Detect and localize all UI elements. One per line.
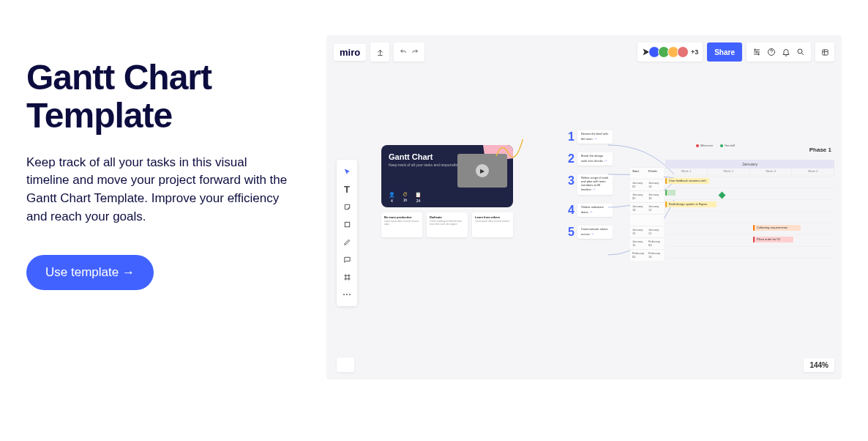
shape-tool-icon[interactable]	[337, 215, 357, 233]
gantt-row	[665, 258, 834, 270]
legend-item: Milestone	[696, 144, 713, 147]
zoom-level[interactable]: 144%	[804, 358, 834, 372]
arrow-icon: →	[592, 187, 596, 191]
intro-card[interactable]: Gantt Chart Keep track of all your tasks…	[381, 145, 513, 207]
gantt-month-header: January	[665, 160, 834, 168]
comment-tool-icon[interactable]	[337, 251, 357, 268]
gantt-bar[interactable]: Place order for V2	[753, 237, 793, 242]
mini-card-text: Lorem ipsum dolor sit amet consect	[475, 220, 510, 223]
mini-card-title: Dedicate	[430, 215, 465, 219]
upload-icon[interactable]	[370, 42, 389, 62]
use-template-button[interactable]: Use template →	[26, 255, 154, 290]
help-icon[interactable]	[764, 45, 779, 59]
step-text: Outline milestone dates →	[581, 206, 609, 215]
scribble-decoration	[495, 138, 524, 160]
gantt-bar[interactable]: User feedback sessions with	[665, 178, 709, 184]
gantt-row	[665, 246, 834, 258]
mini-card[interactable]: Be more productiveLorem ipsum dolor sit …	[381, 212, 422, 237]
page-title: Gantt Chart Template	[26, 59, 290, 135]
step-item[interactable]: 1Review the brief with the team →	[568, 130, 613, 144]
step-text: Communicate status across →	[581, 228, 609, 237]
mini-card[interactable]: DedicateCreate roadmap to help the team …	[427, 212, 468, 237]
gantt-row	[665, 188, 834, 199]
gantt-row-dates	[630, 214, 664, 226]
gantt-row-dates: January 10January 12	[630, 202, 664, 214]
svg-point-1	[798, 49, 802, 53]
gantt-row-dates: February 05February 10	[630, 249, 664, 261]
step-item[interactable]: 2Break the design work into chunks →	[568, 152, 613, 166]
svg-rect-2	[822, 49, 827, 54]
legend-item: Handoff	[720, 144, 735, 147]
gantt-column-header: Week 4	[792, 168, 834, 176]
share-button[interactable]: Share	[707, 42, 742, 62]
mini-card[interactable]: Learn from othersLorem ipsum dolor sit a…	[472, 212, 513, 237]
grid-icon[interactable]	[815, 42, 834, 62]
collaborators[interactable]: +3	[637, 42, 703, 62]
step-text: Refine scope of work and plan with team …	[581, 177, 609, 193]
app-logo[interactable]: miro	[334, 44, 366, 61]
mini-card-title: Learn from others	[475, 215, 510, 219]
step-number: 5	[568, 226, 575, 239]
minimap-icon[interactable]	[337, 357, 354, 372]
avatar-overflow: +3	[691, 48, 698, 56]
gantt-row-dates: January 15February 03	[630, 237, 664, 249]
page-description: Keep track of all your tasks in this vis…	[26, 154, 290, 226]
sticky-tool-icon[interactable]	[337, 198, 357, 215]
mini-card-title: Be more productive	[384, 215, 419, 219]
gantt-row: User feedback sessions with	[665, 176, 834, 188]
app-preview: miro +3	[326, 35, 842, 379]
gantt-row-dates: January 15January 21	[630, 226, 664, 237]
cursor-tool-icon[interactable]	[337, 163, 357, 180]
pen-tool-icon[interactable]	[337, 233, 357, 251]
mini-card-text: Lorem ipsum dolor sit amet consect adipi	[384, 220, 419, 226]
gantt-row-dates: January 02January 10	[630, 190, 664, 202]
gantt-row	[665, 211, 834, 223]
arrow-icon: →	[589, 210, 594, 214]
step-number: 4	[568, 204, 575, 217]
frame-tool-icon[interactable]	[337, 268, 357, 286]
mini-card-text: Create roadmap to help the team know the…	[430, 220, 465, 226]
gantt-column-header: Week 3	[750, 168, 793, 176]
more-tool-icon[interactable]: ⋯	[337, 286, 357, 303]
arrow-icon: →	[594, 136, 598, 141]
svg-rect-3	[345, 222, 349, 226]
gantt-column-header: Week 2	[708, 168, 750, 176]
phase-label: Phase 1	[809, 147, 831, 153]
gantt-row: Place order for V2	[665, 234, 834, 246]
arrow-icon: →	[604, 158, 608, 163]
step-number: 1	[568, 130, 575, 144]
search-icon[interactable]	[793, 45, 808, 59]
canvas-toolbar: T ⋯	[337, 160, 357, 306]
gantt-row: Build design system in Figma	[665, 199, 834, 211]
step-item[interactable]: 3Refine scope of work and plan with team…	[568, 174, 613, 195]
gantt-bar[interactable]: Build design system in Figma	[665, 201, 717, 207]
text-tool-icon[interactable]: T	[337, 180, 357, 198]
gantt-bar[interactable]	[665, 190, 676, 196]
gantt-row: Collecting requirements	[665, 223, 834, 234]
undo-redo[interactable]	[394, 42, 424, 62]
step-item[interactable]: 4Outline milestone dates →	[568, 204, 613, 217]
arrow-icon: →	[591, 231, 595, 236]
step-text: Review the brief with the team →	[581, 133, 609, 141]
settings-icon[interactable]	[749, 45, 764, 59]
bell-icon[interactable]	[779, 45, 793, 59]
step-item[interactable]: 5Communicate status across →	[568, 226, 613, 239]
gantt-row-dates: January 02January 14	[630, 179, 664, 190]
gantt-bar[interactable]: Collecting requirements	[753, 225, 801, 231]
play-icon: ▶	[476, 164, 489, 177]
gantt-column-header: Week 1	[665, 168, 708, 176]
step-text: Break the design work into chunks →	[581, 155, 609, 163]
step-number: 3	[568, 174, 575, 188]
step-number: 2	[568, 152, 575, 166]
